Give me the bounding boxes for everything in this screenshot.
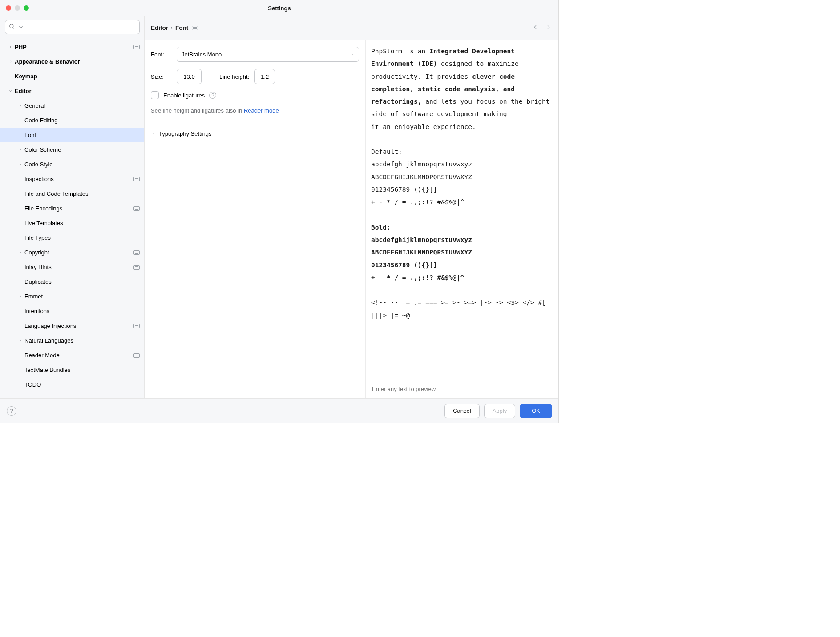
scope-badge-icon [192,26,198,30]
scope-badge-icon [133,324,140,328]
sidebar-item-reader-mode[interactable]: Reader Mode [0,348,144,363]
sidebar-item-natural-languages[interactable]: Natural Languages [0,333,144,348]
sidebar-item-label: TODO [24,381,140,388]
sidebar-item-file-encodings[interactable]: File Encodings [0,201,144,216]
sidebar-item-code-style[interactable]: Code Style [0,157,144,172]
typography-settings-label: Typography Settings [159,130,212,137]
sidebar-item-label: Natural Languages [24,337,140,344]
chevron-right-icon: › [168,25,175,31]
sidebar-item-live-templates[interactable]: Live Templates [0,216,144,230]
chevron-right-icon [16,104,24,108]
titlebar: Settings [0,0,558,16]
sidebar-item-copyright[interactable]: Copyright [0,245,144,260]
sidebar-item-appearance-behavior[interactable]: Appearance & Behavior [0,54,144,69]
back-button[interactable] [532,24,539,32]
help-button[interactable]: ? [7,406,16,416]
sidebar-item-label: Appearance & Behavior [15,58,140,65]
sidebar-item-label: Live Templates [24,220,140,226]
forward-button[interactable] [545,24,552,32]
chevron-right-icon [16,250,24,254]
scope-badge-icon [133,206,140,211]
chevron-down-icon [6,89,15,93]
chevron-right-icon [16,148,24,152]
font-select-value: JetBrains Mono [182,51,222,58]
font-settings-form: Font: JetBrains Mono Size: Line height: [145,40,365,398]
apply-button[interactable]: Apply [484,404,516,418]
sidebar-item-keymap[interactable]: Keymap [0,69,144,84]
sidebar-item-general[interactable]: General [0,98,144,113]
help-icon[interactable]: ? [209,92,216,99]
chevron-right-icon [16,162,24,166]
search-input[interactable] [27,24,136,31]
sidebar-item-label: Code Editing [24,117,140,124]
line-height-input[interactable] [254,69,275,84]
sidebar-item-label: Copyright [24,249,133,256]
enable-ligatures-checkbox[interactable] [151,91,159,99]
svg-point-0 [10,24,13,28]
settings-tree: PHPAppearance & BehaviorKeymapEditorGene… [0,37,144,395]
sidebar-item-textmate-bundles[interactable]: TextMate Bundles [0,363,144,377]
scope-badge-icon [133,265,140,270]
chevron-right-icon [16,339,24,343]
font-label: Font: [151,51,171,58]
scope-badge-icon [133,45,140,49]
sidebar-item-inlay-hints[interactable]: Inlay Hints [0,260,144,274]
sidebar-item-label: Reader Mode [24,352,133,359]
sidebar-item-file-and-code-templates[interactable]: File and Code Templates [0,186,144,201]
sidebar-item-emmet[interactable]: Emmet [0,289,144,304]
window-title: Settings [0,5,558,12]
sidebar-item-label: Inspections [24,176,133,182]
cancel-button[interactable]: Cancel [444,404,479,418]
chevron-right-icon [151,132,155,136]
size-label: Size: [151,73,171,80]
typography-settings-toggle[interactable]: Typography Settings [151,124,359,137]
reader-mode-hint: See line height and ligatures also in Re… [151,107,359,114]
dialog-footer: ? Cancel Apply OK [0,398,558,423]
chevron-right-icon [16,294,24,298]
enable-ligatures-label: Enable ligatures [163,92,205,99]
sidebar-item-label: Code Style [24,161,140,168]
sidebar-item-color-scheme[interactable]: Color Scheme [0,142,144,157]
sidebar-item-duplicates[interactable]: Duplicates [0,274,144,289]
sidebar-item-inspections[interactable]: Inspections [0,172,144,186]
sidebar-item-editor[interactable]: Editor [0,84,144,98]
sidebar-item-label: General [24,102,140,109]
sidebar: PHPAppearance & BehaviorKeymapEditorGene… [0,16,145,398]
breadcrumb-bar: Editor › Font [145,16,558,40]
scope-badge-icon [133,177,140,181]
scope-badge-icon [133,353,140,358]
chevron-down-icon [18,24,24,30]
chevron-right-icon [6,45,15,49]
svg-line-1 [13,27,14,28]
sidebar-item-font[interactable]: Font [0,128,144,142]
size-input[interactable] [177,69,202,84]
breadcrumb-font: Font [175,24,188,31]
main-panel: Editor › Font Font: JetBrains Mono [145,16,558,398]
sidebar-item-file-types[interactable]: File Types [0,230,144,245]
search-icon [9,24,15,31]
preview-text-input[interactable] [371,385,553,393]
sidebar-item-intentions[interactable]: Intentions [0,304,144,318]
font-select[interactable]: JetBrains Mono [177,47,359,62]
breadcrumb-editor[interactable]: Editor [151,24,168,31]
sidebar-item-label: TextMate Bundles [24,367,140,373]
font-preview-text: PhpStorm is an Integrated Development En… [366,40,558,381]
sidebar-item-label: File and Code Templates [24,190,140,197]
chevron-right-icon [6,60,15,64]
sidebar-item-php[interactable]: PHP [0,40,144,54]
ok-button[interactable]: OK [520,404,552,418]
search-input-wrapper[interactable] [5,20,140,34]
chevron-down-icon [349,52,354,57]
sidebar-item-code-editing[interactable]: Code Editing [0,113,144,128]
sidebar-item-label: PHP [15,44,133,50]
sidebar-item-language-injections[interactable]: Language Injections [0,318,144,333]
sidebar-item-todo[interactable]: TODO [0,377,144,392]
sidebar-item-label: Emmet [24,293,140,300]
sidebar-item-label: File Encodings [24,205,133,212]
sidebar-item-label: Intentions [24,308,140,314]
reader-mode-link[interactable]: Reader mode [244,107,279,114]
scope-badge-icon [133,250,140,255]
sidebar-item-label: Keymap [15,73,140,80]
sidebar-item-label: Editor [15,88,140,94]
font-preview-panel: PhpStorm is an Integrated Development En… [365,40,558,398]
